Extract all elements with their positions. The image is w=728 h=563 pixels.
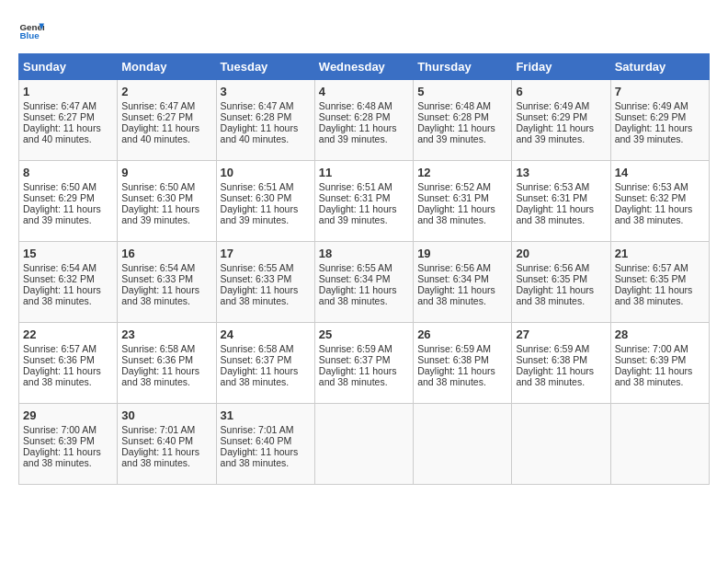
day-number: 1 bbox=[23, 85, 113, 98]
daylight-label: Daylight: 11 hours and 38 minutes. bbox=[121, 284, 199, 306]
daylight-label: Daylight: 11 hours and 38 minutes. bbox=[121, 446, 199, 468]
daylight-label: Daylight: 11 hours and 38 minutes. bbox=[417, 203, 495, 225]
sunrise-text: Sunrise: 7:01 AM bbox=[121, 424, 195, 435]
calendar-table: SundayMondayTuesdayWednesdayThursdayFrid… bbox=[18, 53, 710, 485]
day-of-week-header: Tuesday bbox=[216, 54, 314, 80]
sunrise-text: Sunrise: 6:55 AM bbox=[221, 262, 294, 273]
calendar-week-row: 22Sunrise: 6:57 AMSunset: 6:36 PMDayligh… bbox=[19, 323, 710, 404]
sunrise-text: Sunrise: 6:49 AM bbox=[516, 100, 589, 111]
daylight-label: Daylight: 11 hours and 38 minutes. bbox=[221, 284, 299, 306]
calendar-cell: 2Sunrise: 6:47 AMSunset: 6:27 PMDaylight… bbox=[118, 80, 216, 161]
day-of-week-header: Monday bbox=[118, 54, 216, 80]
calendar-cell: 31Sunrise: 7:01 AMSunset: 6:40 PMDayligh… bbox=[216, 404, 314, 485]
daylight-label: Daylight: 11 hours and 39 minutes. bbox=[516, 122, 594, 144]
day-number: 9 bbox=[121, 166, 211, 179]
sunset-text: Sunset: 6:30 PM bbox=[121, 192, 193, 203]
daylight-label: Daylight: 11 hours and 40 minutes. bbox=[23, 122, 101, 144]
logo: General Blue bbox=[18, 18, 44, 44]
calendar-cell: 15Sunrise: 6:54 AMSunset: 6:32 PMDayligh… bbox=[19, 242, 118, 323]
calendar-cell: 13Sunrise: 6:53 AMSunset: 6:31 PMDayligh… bbox=[512, 161, 610, 242]
sunset-text: Sunset: 6:31 PM bbox=[319, 192, 391, 203]
sunset-text: Sunset: 6:34 PM bbox=[319, 273, 391, 284]
daylight-label: Daylight: 11 hours and 39 minutes. bbox=[121, 203, 199, 225]
calendar-cell bbox=[414, 404, 512, 485]
sunset-text: Sunset: 6:37 PM bbox=[319, 354, 391, 365]
day-number: 24 bbox=[221, 327, 311, 341]
calendar-week-row: 15Sunrise: 6:54 AMSunset: 6:32 PMDayligh… bbox=[19, 242, 710, 323]
daylight-label: Daylight: 11 hours and 39 minutes. bbox=[221, 203, 299, 225]
sunrise-text: Sunrise: 6:50 AM bbox=[121, 181, 195, 192]
sunset-text: Sunset: 6:37 PM bbox=[221, 354, 292, 365]
sunset-text: Sunset: 6:29 PM bbox=[516, 111, 587, 122]
day-number: 17 bbox=[221, 247, 311, 260]
day-number: 11 bbox=[319, 166, 409, 179]
sunset-text: Sunset: 6:27 PM bbox=[121, 111, 193, 122]
day-number: 10 bbox=[221, 166, 311, 179]
sunset-text: Sunset: 6:31 PM bbox=[516, 192, 587, 203]
daylight-label: Daylight: 11 hours and 38 minutes. bbox=[23, 365, 101, 387]
sunrise-text: Sunrise: 7:01 AM bbox=[221, 424, 294, 435]
daylight-label: Daylight: 11 hours and 38 minutes. bbox=[121, 365, 199, 387]
day-number: 6 bbox=[516, 85, 606, 98]
sunset-text: Sunset: 6:35 PM bbox=[615, 273, 687, 284]
sunrise-text: Sunrise: 6:51 AM bbox=[319, 181, 392, 192]
sunrise-text: Sunrise: 6:50 AM bbox=[23, 181, 97, 192]
sunset-text: Sunset: 6:34 PM bbox=[417, 273, 489, 284]
day-number: 26 bbox=[417, 327, 507, 341]
sunrise-text: Sunrise: 7:00 AM bbox=[615, 343, 688, 354]
sunset-text: Sunset: 6:27 PM bbox=[23, 111, 95, 122]
sunset-text: Sunset: 6:31 PM bbox=[417, 192, 489, 203]
sunrise-text: Sunrise: 6:56 AM bbox=[516, 262, 589, 273]
calendar-cell: 20Sunrise: 6:56 AMSunset: 6:35 PMDayligh… bbox=[512, 242, 610, 323]
calendar-week-row: 8Sunrise: 6:50 AMSunset: 6:29 PMDaylight… bbox=[19, 161, 710, 242]
day-number: 25 bbox=[319, 327, 409, 341]
sunrise-text: Sunrise: 6:59 AM bbox=[319, 343, 392, 354]
logo-icon: General Blue bbox=[18, 18, 44, 44]
day-number: 14 bbox=[615, 166, 705, 179]
daylight-label: Daylight: 11 hours and 38 minutes. bbox=[417, 365, 495, 387]
sunset-text: Sunset: 6:39 PM bbox=[23, 435, 95, 446]
day-number: 7 bbox=[615, 85, 705, 98]
daylight-label: Daylight: 11 hours and 38 minutes. bbox=[23, 446, 101, 468]
day-number: 22 bbox=[23, 327, 113, 341]
day-number: 18 bbox=[319, 247, 409, 260]
calendar-cell: 19Sunrise: 6:56 AMSunset: 6:34 PMDayligh… bbox=[414, 242, 512, 323]
daylight-label: Daylight: 11 hours and 38 minutes. bbox=[516, 203, 594, 225]
calendar-cell: 8Sunrise: 6:50 AMSunset: 6:29 PMDaylight… bbox=[19, 161, 118, 242]
sunrise-text: Sunrise: 6:47 AM bbox=[23, 100, 97, 111]
daylight-label: Daylight: 11 hours and 38 minutes. bbox=[23, 284, 101, 306]
calendar-cell: 12Sunrise: 6:52 AMSunset: 6:31 PMDayligh… bbox=[414, 161, 512, 242]
calendar-cell: 18Sunrise: 6:55 AMSunset: 6:34 PMDayligh… bbox=[314, 242, 413, 323]
sunrise-text: Sunrise: 6:52 AM bbox=[417, 181, 491, 192]
sunrise-text: Sunrise: 6:49 AM bbox=[615, 100, 688, 111]
sunset-text: Sunset: 6:36 PM bbox=[121, 354, 193, 365]
sunset-text: Sunset: 6:30 PM bbox=[221, 192, 292, 203]
calendar-header-row: SundayMondayTuesdayWednesdayThursdayFrid… bbox=[19, 54, 710, 80]
sunrise-text: Sunrise: 6:56 AM bbox=[417, 262, 491, 273]
daylight-label: Daylight: 11 hours and 40 minutes. bbox=[221, 122, 299, 144]
day-number: 3 bbox=[221, 85, 311, 98]
calendar-cell: 29Sunrise: 7:00 AMSunset: 6:39 PMDayligh… bbox=[19, 404, 118, 485]
day-number: 13 bbox=[516, 166, 606, 179]
daylight-label: Daylight: 11 hours and 38 minutes. bbox=[516, 284, 594, 306]
sunrise-text: Sunrise: 6:48 AM bbox=[319, 100, 392, 111]
sunrise-text: Sunrise: 6:59 AM bbox=[516, 343, 589, 354]
calendar-cell: 23Sunrise: 6:58 AMSunset: 6:36 PMDayligh… bbox=[118, 323, 216, 404]
calendar-cell: 9Sunrise: 6:50 AMSunset: 6:30 PMDaylight… bbox=[118, 161, 216, 242]
sunrise-text: Sunrise: 6:48 AM bbox=[417, 100, 491, 111]
day-number: 21 bbox=[615, 247, 705, 260]
sunset-text: Sunset: 6:29 PM bbox=[615, 111, 687, 122]
sunrise-text: Sunrise: 6:57 AM bbox=[23, 343, 97, 354]
day-number: 29 bbox=[23, 408, 113, 422]
calendar-cell: 27Sunrise: 6:59 AMSunset: 6:38 PMDayligh… bbox=[512, 323, 610, 404]
calendar-cell bbox=[610, 404, 709, 485]
calendar-cell: 10Sunrise: 6:51 AMSunset: 6:30 PMDayligh… bbox=[216, 161, 314, 242]
daylight-label: Daylight: 11 hours and 38 minutes. bbox=[615, 365, 693, 387]
sunset-text: Sunset: 6:40 PM bbox=[221, 435, 292, 446]
sunset-text: Sunset: 6:38 PM bbox=[516, 354, 587, 365]
svg-text:Blue: Blue bbox=[19, 30, 40, 40]
calendar-cell: 7Sunrise: 6:49 AMSunset: 6:29 PMDaylight… bbox=[610, 80, 709, 161]
day-of-week-header: Sunday bbox=[19, 54, 118, 80]
daylight-label: Daylight: 11 hours and 38 minutes. bbox=[615, 203, 693, 225]
sunset-text: Sunset: 6:28 PM bbox=[417, 111, 489, 122]
